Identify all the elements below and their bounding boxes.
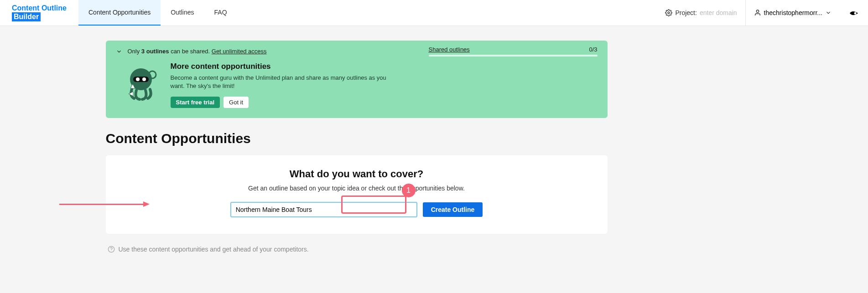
shared-progress-bar <box>429 55 598 57</box>
banner-suffix-text: can be shared. <box>169 48 212 55</box>
annotation-number-badge: 1 <box>402 184 416 197</box>
competitors-hint: Use these content opportunities and get … <box>106 246 608 253</box>
project-domain-placeholder: enter domain <box>700 9 737 16</box>
svg-point-5 <box>136 77 140 81</box>
semrush-glyph-icon <box>849 10 859 17</box>
svg-point-6 <box>142 77 146 81</box>
banner-description: Become a content guru with the Unlimited… <box>171 74 390 90</box>
app-header: Content Outline Builder Content Opportun… <box>0 0 868 26</box>
logo-line1: Content Outline <box>12 4 67 12</box>
gear-icon <box>665 9 672 16</box>
annotation-arrow-line <box>59 204 144 205</box>
project-label: Project: <box>675 9 696 16</box>
tab-content-opportunities[interactable]: Content Opportunities <box>78 0 161 26</box>
create-outline-button[interactable]: Create Outline <box>423 202 483 217</box>
main-content: Only 3 outlines can be shared. Get unlim… <box>106 26 608 253</box>
nav-tabs: Content Opportunities Outlines FAQ <box>78 0 237 26</box>
mascot-illustration <box>120 62 161 103</box>
svg-point-0 <box>668 12 670 14</box>
input-row: Create Outline <box>120 202 593 217</box>
shared-current: 0 <box>589 46 592 53</box>
svg-point-1 <box>756 10 759 12</box>
semrush-icon[interactable] <box>840 9 868 17</box>
upgrade-banner: Only 3 outlines can be shared. Get unlim… <box>106 41 608 118</box>
shared-outlines-count: 0/3 <box>589 46 597 53</box>
banner-text-block: More content opportunities Become a cont… <box>171 62 390 108</box>
tab-outlines[interactable]: Outlines <box>161 0 204 26</box>
svg-point-2 <box>854 12 857 14</box>
tab-faq[interactable]: FAQ <box>204 0 237 26</box>
shared-total: /3 <box>593 46 598 53</box>
banner-limit-message: Only 3 outlines can be shared. Get unlim… <box>128 48 267 55</box>
chevron-down-icon <box>825 10 832 16</box>
banner-top-row: Only 3 outlines can be shared. Get unlim… <box>116 46 598 62</box>
start-free-trial-button[interactable]: Start free trial <box>171 97 220 108</box>
logo-line2: Builder <box>12 12 41 21</box>
user-icon <box>754 9 761 16</box>
unlimited-access-link[interactable]: Get unlimited access <box>212 48 267 55</box>
annotation-arrow-head <box>143 201 150 207</box>
banner-body: More content opportunities Become a cont… <box>116 62 598 108</box>
card-subtext: Get an outline based on your topic idea … <box>120 185 593 192</box>
hint-text: Use these content opportunities and get … <box>119 246 309 253</box>
got-it-button[interactable]: Got it <box>223 97 249 108</box>
shared-outlines-label[interactable]: Shared outlines <box>429 46 470 53</box>
username: thechristophermorr... <box>764 9 822 16</box>
page-title: Content Opportunities <box>106 131 608 146</box>
shared-outlines-progress: Shared outlines 0/3 <box>429 46 598 57</box>
user-menu[interactable]: thechristophermorr... <box>746 9 840 16</box>
topic-input-card: What do you want to cover? Get an outlin… <box>106 155 608 234</box>
svg-rect-4 <box>133 77 149 82</box>
chevron-down-icon[interactable] <box>116 48 122 55</box>
card-heading: What do you want to cover? <box>120 168 593 180</box>
banner-outlines-count: 3 outlines <box>141 48 169 55</box>
header-right: Project: enter domain thechristophermorr… <box>657 0 868 26</box>
banner-only-text: Only <box>128 48 141 55</box>
help-icon <box>108 246 115 253</box>
topic-input[interactable] <box>230 202 417 217</box>
app-logo[interactable]: Content Outline Builder <box>0 4 78 21</box>
project-selector[interactable]: Project: enter domain <box>657 0 745 26</box>
annotation-number: 1 <box>406 186 411 195</box>
banner-title: More content opportunities <box>171 62 390 71</box>
